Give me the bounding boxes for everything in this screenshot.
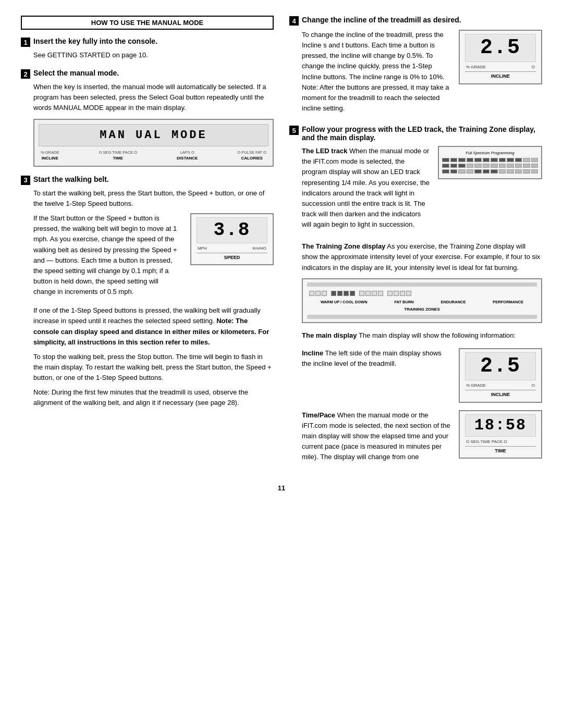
step1-block: 1 Insert the key fully into the console.… — [21, 37, 274, 60]
step4-inner: To change the incline of the treadmill, … — [302, 30, 542, 118]
time-value: 18:58 — [465, 414, 536, 437]
tz-warmup — [309, 291, 327, 296]
training-zone-section: The Training Zone display As you exercis… — [302, 241, 542, 323]
incline-value-step4: 2.5 — [465, 34, 536, 62]
tz-fatburn — [331, 291, 355, 296]
incline-sub-section: Incline The left side of the main displa… — [302, 348, 542, 403]
tz-endurance — [359, 291, 383, 296]
time-seg-row: O SEG.TIME PACE O — [465, 439, 536, 445]
step5-content: The LED track When the manual mode or th… — [302, 146, 542, 466]
time-sub-section: Time/Pace When the manual mode or the iF… — [302, 410, 542, 467]
speed-unit-row: MPH Km/HO — [197, 245, 267, 252]
step4-body: To change the incline of the treadmill, … — [302, 30, 450, 118]
time-sub-wrap: Time/Pace When the manual mode or the iF… — [302, 410, 542, 467]
led-track-wrap: The LED track When the manual mode or th… — [302, 146, 542, 234]
step4-number: 4 — [289, 16, 299, 26]
time-lcd: 18:58 O SEG.TIME PACE O TIME — [459, 410, 542, 459]
step3-block: 3 Start the walking belt. To start the w… — [21, 175, 274, 409]
step2-number: 2 — [21, 69, 30, 79]
label-grade: % GRADE INCLINE — [41, 150, 59, 162]
tz-labels: WARM UP / COOL DOWN FAT BURN ENDURANCE P… — [307, 299, 537, 305]
incline-label-step4: INCLINE — [465, 71, 536, 80]
step2-content: When the key is inserted, the manual mod… — [33, 82, 274, 167]
incline-sub-text: Incline The left side of the main displa… — [302, 348, 451, 373]
speed-display-wrap: If the Start button or the Speed + butto… — [33, 213, 274, 301]
step1-title: 1 Insert the key fully into the console. — [21, 37, 274, 47]
step4-content: To change the incline of the treadmill, … — [302, 30, 542, 118]
main-display-section: The main display The main display will s… — [302, 330, 542, 341]
tz-bottom-bar — [307, 315, 537, 319]
step3-body3: If one of the 1-Step Speed buttons is pr… — [33, 305, 274, 348]
step4-block: 4 Change the incline of the treadmill as… — [289, 16, 542, 118]
step3-body2: If the Start button or the Speed + butto… — [33, 213, 182, 301]
tz-performance — [387, 291, 411, 296]
right-column: 4 Change the incline of the treadmill as… — [289, 16, 542, 474]
incline-grade-row: % GRADE O — [465, 64, 536, 70]
speed-value: 3.8 — [197, 217, 267, 243]
tz-top-bar — [307, 282, 537, 287]
time-label: TIME — [465, 446, 536, 455]
incline-sub-wrap: Incline The left side of the main displa… — [302, 348, 542, 403]
step5-number: 5 — [289, 126, 299, 135]
step3-number: 3 — [21, 176, 30, 185]
led-grid-row1 — [442, 158, 538, 162]
led-track-display: Full Spectrum Programming — [438, 146, 542, 179]
training-zone-display: WARM UP / COOL DOWN FAT BURN ENDURANCE P… — [302, 278, 542, 323]
label-time: O SEG.TIME PACE O TIME — [99, 150, 137, 162]
label-calories: O PULSE FAT O CALORIES — [237, 150, 266, 162]
incline-sub-label: INCLINE — [465, 390, 536, 399]
led-grid-row2 — [442, 164, 538, 168]
manual-mode-labels: % GRADE INCLINE O SEG.TIME PACE O TIME L… — [39, 150, 268, 162]
tz-bottom-label: TRAINING ZONES — [307, 306, 537, 313]
incline-lcd-step5: 2.5 % GRADE O INCLINE — [459, 348, 542, 403]
speed-label: SPEED — [197, 253, 267, 262]
label-distance: LAPS O DISTANCE — [177, 150, 198, 162]
led-track-section: The LED track When the manual mode or th… — [302, 146, 542, 234]
incline-lcd-step4: 2.5 % GRADE O INCLINE — [459, 30, 542, 84]
step2-title: 2 Select the manual mode. — [21, 69, 274, 79]
page-number: 11 — [21, 484, 542, 492]
step2-block: 2 Select the manual mode. When the key i… — [21, 69, 274, 167]
manual-mode-text: MAN UAL MODE — [39, 124, 268, 146]
speed-lcd: 3.8 MPH Km/HO SPEED — [190, 213, 274, 265]
led-grid-row3 — [442, 169, 538, 174]
manual-mode-display: MAN UAL MODE % GRADE INCLINE O SEG.TIME … — [33, 119, 274, 167]
step5-block: 5 Follow your progress with the LED trac… — [289, 125, 542, 466]
led-track-text: The LED track When the manual mode or th… — [302, 146, 431, 234]
step5-title: 5 Follow your progress with the LED trac… — [289, 125, 542, 142]
step1-number: 1 — [21, 38, 30, 47]
left-column: HOW TO USE THE MANUAL MODE 1 Insert the … — [21, 16, 274, 474]
incline-value-step5: 2.5 — [465, 352, 536, 380]
section-header: HOW TO USE THE MANUAL MODE — [21, 16, 274, 30]
step3-title: 3 Start the walking belt. — [21, 175, 274, 185]
incline-sub-grade-row: % GRADE O — [465, 382, 536, 389]
step1-content: See GETTING STARTED on page 10. — [33, 50, 274, 60]
step4-title: 4 Change the incline of the treadmill as… — [289, 16, 542, 26]
time-sub-text: Time/Pace When the manual mode or the iF… — [302, 410, 451, 467]
step3-content: To start the walking belt, press the Sta… — [33, 188, 274, 409]
